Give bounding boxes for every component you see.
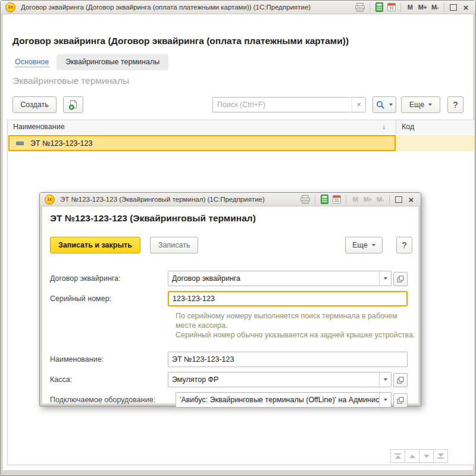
go-last-button[interactable] (433, 449, 448, 463)
close-icon[interactable]: × (461, 2, 471, 12)
row-name-cell: ЭТ №123-123-123 (30, 139, 92, 148)
chevron-down-icon (389, 104, 393, 106)
chevron-down-icon (372, 244, 375, 246)
search-options-button[interactable] (372, 96, 396, 113)
cash-register-value: Эмулятор ФР (168, 372, 379, 387)
1c-logo-icon: 1с (5, 2, 15, 12)
titlebar-separator (369, 3, 370, 12)
create-button[interactable]: Создать (12, 96, 57, 113)
help-button-main[interactable]: ? (447, 96, 464, 113)
section-title: Эквайринговые терминалы (12, 76, 129, 86)
save-and-close-button[interactable]: Записать и закрыть (50, 237, 140, 253)
search-input[interactable] (213, 101, 352, 109)
go-previous-button[interactable] (405, 449, 419, 463)
contract-label: Договор эквайринга: (50, 271, 121, 286)
dialog-content: ЭТ №123-123-123 (Эквайринговый терминал)… (42, 206, 418, 403)
print-icon[interactable] (300, 195, 311, 205)
cash-register-combo[interactable]: Эмулятор ФР (168, 372, 392, 387)
chevron-down-icon[interactable] (379, 393, 391, 407)
titlebar-separator (346, 195, 346, 204)
equipment-value: 'Авибус: Эквайринговые терминалы (OffLin… (176, 393, 379, 407)
close-icon[interactable]: × (406, 195, 416, 205)
list-navigation (391, 449, 448, 463)
memory-m-plus-button: M+ (363, 195, 372, 205)
column-header-name[interactable]: Наименование (13, 120, 65, 134)
equipment-label: Подключаемое оборудование: (50, 392, 155, 408)
titlebar-separator (315, 195, 315, 204)
dialog-titlebar: 1с ЭТ №123-123-123 (Эквайринговый термин… (40, 193, 421, 206)
table-row[interactable]: ЭТ №123-123-123 (8, 135, 396, 151)
calculator-icon[interactable] (374, 2, 384, 12)
search-field: × (212, 97, 366, 112)
help-button-dialog[interactable]: ? (396, 237, 412, 253)
memory-m-button: M (350, 195, 360, 205)
serial-label: Серийный номер: (50, 291, 111, 306)
contract-combo[interactable]: Договор эквайринга (168, 271, 392, 286)
more-button-main[interactable]: Еще (401, 96, 440, 113)
serial-hint: По серийному номеру выполняется поиск те… (176, 311, 418, 340)
name-label: Наименование: (50, 352, 104, 367)
equipment-combo[interactable]: 'Авибус: Эквайринговые терминалы (OffLin… (176, 392, 392, 408)
svg-text:31: 31 (389, 6, 394, 10)
contract-value: Договор эквайринга (168, 271, 379, 286)
tab-acquiring-terminals[interactable]: Эквайринговые терминалы (57, 54, 168, 70)
memory-m-button[interactable]: M (405, 2, 415, 12)
create-by-copy-button[interactable] (63, 96, 83, 113)
open-item-icon[interactable] (393, 373, 408, 387)
table-header: Наименование ↓ Код (7, 120, 475, 134)
open-item-icon[interactable] (393, 272, 408, 286)
main-window-title: Договор эквайринга (Договор эквайринга (… (21, 4, 355, 11)
chevron-down-icon[interactable] (379, 271, 391, 286)
serial-field (168, 291, 408, 306)
memory-m-minus-button: M- (375, 195, 385, 205)
main-titlebar: 1с Договор эквайринга (Договор эквайринг… (1, 1, 475, 14)
serial-input[interactable] (168, 291, 408, 306)
main-window: 1с Договор эквайринга (Договор эквайринг… (0, 0, 476, 476)
terminal-dialog: 1с ЭТ №123-123-123 (Эквайринговый термин… (39, 192, 421, 406)
equipment-field: 'Авибус: Эквайринговые терминалы (OffLin… (176, 392, 408, 408)
maximize-icon[interactable] (394, 195, 403, 205)
dialog-heading: ЭТ №123-123-123 (Эквайринговый терминал) (50, 213, 256, 224)
calendar-icon[interactable]: 31 (332, 195, 342, 205)
cash-register-label: Касса: (50, 372, 72, 387)
titlebar-separator (389, 195, 390, 204)
titlebar-separator (444, 3, 444, 12)
dialog-window-title: ЭТ №123-123-123 (Эквайринговый терминал)… (60, 196, 300, 203)
row-code-cell[interactable] (396, 135, 474, 151)
copy-document-icon (68, 99, 78, 110)
go-first-button[interactable] (390, 449, 405, 463)
save-button[interactable]: Записать (150, 237, 198, 253)
more-button-dialog[interactable]: Еще (345, 237, 383, 253)
titlebar-separator (400, 3, 401, 12)
go-next-button[interactable] (419, 449, 434, 463)
name-input[interactable] (168, 352, 408, 367)
print-icon[interactable] (355, 2, 365, 12)
calendar-icon[interactable]: 31 (387, 2, 396, 12)
page-title: Договор эквайринга (Договор эквайринга (… (12, 36, 349, 46)
column-header-code[interactable]: Код (402, 120, 414, 134)
cash-register-field: Эмулятор ФР (168, 372, 408, 387)
open-item-icon[interactable] (393, 393, 408, 408)
name-field (168, 352, 408, 367)
chevron-down-icon[interactable] (379, 372, 391, 387)
maximize-icon[interactable] (449, 2, 458, 12)
sort-descending-icon: ↓ (382, 120, 386, 134)
chevron-down-icon (428, 104, 432, 106)
calculator-icon[interactable] (320, 195, 329, 205)
1c-logo-icon: 1с (45, 195, 55, 205)
magnifier-icon (376, 101, 385, 109)
contract-field: Договор эквайринга (168, 271, 408, 286)
memory-m-minus-button[interactable]: M- (430, 2, 440, 12)
catalog-item-icon (16, 142, 24, 145)
search-clear-icon[interactable]: × (352, 98, 365, 112)
svg-text:31: 31 (334, 198, 339, 202)
dialog-command-bar: Записать и закрыть Записать Еще ? (50, 237, 412, 253)
tab-main-link[interactable]: Основное (15, 58, 49, 67)
memory-m-plus-button[interactable]: M+ (418, 2, 427, 12)
column-divider[interactable] (396, 120, 396, 134)
